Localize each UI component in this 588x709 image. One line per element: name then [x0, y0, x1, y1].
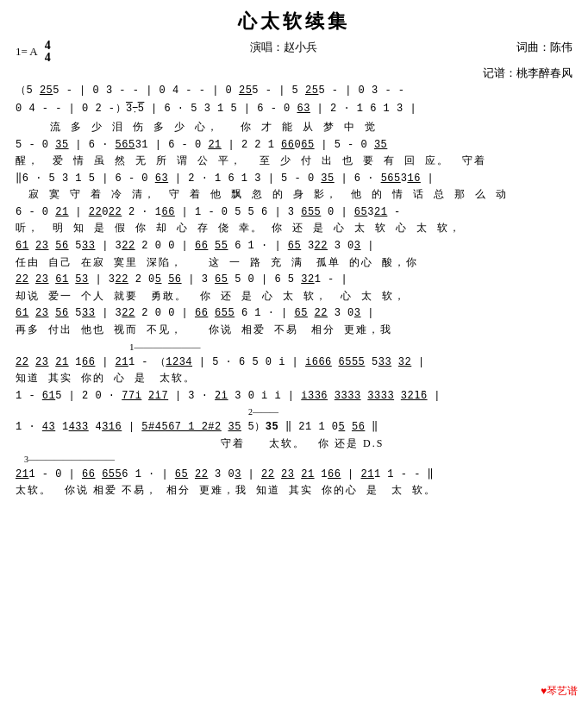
title: 心太软续集 [16, 9, 572, 35]
meta-row: 1= A 4 4 演唱：赵小兵 词曲：陈伟 [16, 40, 572, 64]
time-signature: 4 4 [45, 40, 51, 64]
meta-left: 1= A 4 4 [16, 40, 51, 64]
key-sig: 1= A [16, 45, 38, 59]
noter-info: 记谱：桃李醉春风 [483, 66, 572, 81]
meta-right: 词曲：陈伟 [516, 40, 572, 55]
watermark: ♥琴艺谱 [541, 684, 578, 699]
meta-center: 演唱：赵小兵 [51, 40, 516, 55]
score-content: （5 255 - | 0 3 - - | 0 4 - - | 0 255 - |… [16, 83, 572, 499]
meta-row2: 记谱：桃李醉春风 [16, 66, 572, 81]
